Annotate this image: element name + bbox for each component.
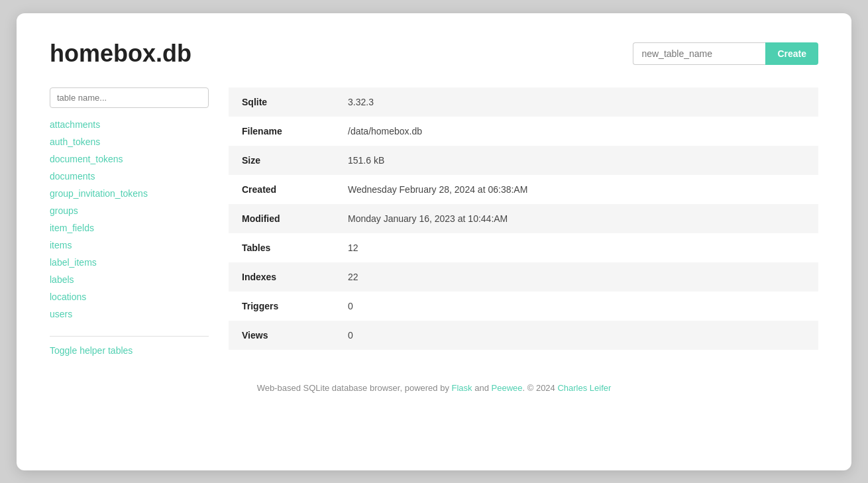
list-item: auth_tokens (50, 133, 209, 150)
info-value: Wednesday February 28, 2024 at 06:38:AM (335, 175, 818, 204)
table-row: Size151.6 kB (229, 146, 818, 175)
info-key: Views (229, 321, 335, 350)
list-item: labels (50, 271, 209, 288)
app-title: homebox.db (50, 40, 191, 68)
info-value: 3.32.3 (335, 87, 818, 117)
info-table: Sqlite3.32.3Filename/data/homebox.dbSize… (229, 87, 818, 350)
list-item: groups (50, 202, 209, 219)
toggle-helper-link[interactable]: Toggle helper tables (50, 345, 133, 356)
table-row: Filename/data/homebox.db (229, 117, 818, 146)
info-value: 0 (335, 321, 818, 350)
info-key: Size (229, 146, 335, 175)
info-key: Triggers (229, 292, 335, 321)
footer-text-middle: and (472, 383, 492, 393)
list-item: items (50, 237, 209, 254)
info-key: Sqlite (229, 87, 335, 117)
info-value: 0 (335, 292, 818, 321)
table-link[interactable]: label_items (50, 257, 97, 268)
table-row: Tables12 (229, 233, 818, 262)
table-row: Sqlite3.32.3 (229, 87, 818, 117)
table-link[interactable]: group_invitation_tokens (50, 188, 148, 199)
table-link[interactable]: groups (50, 205, 78, 216)
table-row: ModifiedMonday January 16, 2023 at 10:44… (229, 204, 818, 233)
footer: Web-based SQLite database browser, power… (50, 383, 818, 393)
footer-text-before: Web-based SQLite database browser, power… (257, 383, 452, 393)
table-link[interactable]: locations (50, 292, 86, 302)
create-form: Create (633, 42, 818, 65)
list-item: group_invitation_tokens (50, 185, 209, 202)
table-list: attachmentsauth_tokensdocument_tokensdoc… (50, 116, 209, 323)
info-key: Created (229, 175, 335, 204)
table-row: Views0 (229, 321, 818, 350)
info-value: 22 (335, 262, 818, 292)
table-link[interactable]: item_fields (50, 223, 94, 233)
new-table-input[interactable] (633, 42, 765, 65)
content-area: attachmentsauth_tokensdocument_tokensdoc… (50, 87, 818, 356)
list-item: attachments (50, 116, 209, 133)
list-item: item_fields (50, 219, 209, 237)
main-content: Sqlite3.32.3Filename/data/homebox.dbSize… (229, 87, 818, 356)
info-value: Monday January 16, 2023 at 10:44:AM (335, 204, 818, 233)
info-key: Modified (229, 204, 335, 233)
table-row: CreatedWednesday February 28, 2024 at 06… (229, 175, 818, 204)
list-item: document_tokens (50, 150, 209, 168)
table-link[interactable]: documents (50, 171, 95, 182)
info-key: Filename (229, 117, 335, 146)
table-link[interactable]: users (50, 309, 72, 319)
table-row: Indexes22 (229, 262, 818, 292)
info-value: 12 (335, 233, 818, 262)
peewee-link[interactable]: Peewee (492, 383, 523, 393)
footer-text-after: . © 2024 (522, 383, 557, 393)
table-link[interactable]: labels (50, 274, 74, 285)
table-search-input[interactable] (50, 87, 209, 108)
header: homebox.db Create (50, 40, 818, 68)
info-value: /data/homebox.db (335, 117, 818, 146)
table-link[interactable]: attachments (50, 119, 100, 130)
table-row: Triggers0 (229, 292, 818, 321)
table-link[interactable]: items (50, 240, 72, 250)
sidebar: attachmentsauth_tokensdocument_tokensdoc… (50, 87, 209, 356)
charles-link[interactable]: Charles Leifer (557, 383, 611, 393)
info-value: 151.6 kB (335, 146, 818, 175)
flask-link[interactable]: Flask (452, 383, 472, 393)
create-button[interactable]: Create (765, 42, 818, 65)
table-link[interactable]: auth_tokens (50, 136, 100, 147)
main-window: homebox.db Create attachmentsauth_tokens… (17, 13, 851, 470)
info-key: Tables (229, 233, 335, 262)
sidebar-divider (50, 336, 209, 337)
list-item: locations (50, 288, 209, 305)
table-link[interactable]: document_tokens (50, 154, 123, 164)
list-item: users (50, 305, 209, 323)
list-item: label_items (50, 254, 209, 271)
info-key: Indexes (229, 262, 335, 292)
list-item: documents (50, 168, 209, 185)
